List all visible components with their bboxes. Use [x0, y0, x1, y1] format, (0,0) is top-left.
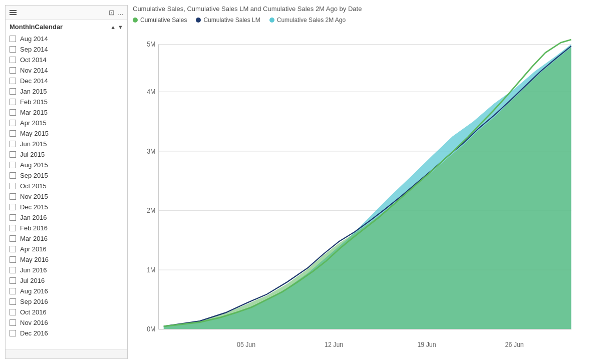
filter-list[interactable]: Aug 2014Sep 2014Oct 2014Nov 2014Dec 2014… [6, 33, 127, 349]
filter-checkbox[interactable] [10, 46, 16, 53]
filter-label: Apr 2016 [20, 245, 47, 253]
list-item[interactable]: Sep 2014 [6, 44, 127, 55]
list-item[interactable]: Oct 2014 [6, 55, 127, 65]
list-item[interactable]: Jul 2015 [6, 149, 127, 160]
filter-label: Sep 2015 [20, 172, 48, 179]
chart-area: Cumulative Sales, Cumulative Sales LM an… [128, 0, 589, 364]
list-item[interactable]: Dec 2014 [6, 76, 127, 86]
list-item[interactable]: Feb 2015 [6, 97, 127, 107]
filter-label: Aug 2016 [20, 287, 48, 295]
sort-desc-icon[interactable]: ▼ [118, 24, 123, 30]
list-item[interactable]: Mar 2016 [6, 233, 127, 244]
svg-text:5M: 5M [147, 41, 155, 49]
filter-panel: ⊡ ... MonthInCalendar ▲ ▼ Aug 2014Sep 20… [5, 5, 128, 359]
svg-text:19 Jun: 19 Jun [417, 340, 436, 348]
filter-checkbox[interactable] [10, 183, 16, 189]
filter-label: Oct 2016 [20, 308, 47, 316]
filter-label: Jun 2015 [20, 140, 47, 148]
list-item[interactable]: Sep 2015 [6, 170, 127, 181]
filter-checkbox[interactable] [10, 288, 16, 294]
more-icon[interactable]: ... [118, 9, 123, 17]
filter-label: Jan 2016 [20, 214, 47, 221]
filter-checkbox[interactable] [10, 36, 16, 42]
list-item[interactable]: Nov 2014 [6, 65, 127, 76]
chart-title: Cumulative Sales, Cumulative Sales LM an… [133, 5, 581, 13]
list-item[interactable]: Dec 2015 [6, 202, 127, 212]
list-item[interactable]: Apr 2015 [6, 118, 127, 128]
filter-checkbox[interactable] [10, 99, 16, 105]
filter-checkbox[interactable] [10, 204, 16, 210]
list-item[interactable]: Aug 2016 [6, 286, 127, 296]
svg-text:3M: 3M [147, 147, 155, 155]
filter-label: Mar 2015 [20, 109, 48, 116]
expand-icon[interactable]: ⊡ [109, 9, 115, 17]
filter-checkbox[interactable] [10, 151, 16, 158]
filter-checkbox[interactable] [10, 67, 16, 74]
filter-label: Dec 2015 [20, 203, 48, 211]
list-item[interactable]: Jan 2016 [6, 212, 127, 223]
svg-text:05 Jun: 05 Jun [237, 340, 255, 348]
list-item[interactable]: Oct 2016 [6, 307, 127, 317]
filter-checkbox[interactable] [10, 130, 16, 137]
filter-label: Dec 2014 [20, 77, 48, 85]
filter-label: Nov 2014 [20, 67, 48, 74]
hamburger-icon[interactable] [10, 9, 18, 17]
svg-text:12 Jun: 12 Jun [325, 340, 343, 348]
filter-label: May 2016 [20, 256, 49, 263]
filter-label: Oct 2014 [20, 56, 47, 64]
list-item[interactable]: Oct 2015 [6, 181, 127, 191]
list-item[interactable]: Sep 2016 [6, 296, 127, 307]
filter-checkbox[interactable] [10, 78, 16, 84]
list-item[interactable]: Mar 2015 [6, 107, 127, 118]
list-item[interactable]: Jul 2016 [6, 275, 127, 286]
list-item[interactable]: Jun 2015 [6, 139, 127, 149]
filter-checkbox[interactable] [10, 298, 16, 305]
filter-checkbox[interactable] [10, 109, 16, 116]
filter-label: Jul 2015 [20, 151, 45, 158]
list-item[interactable]: Aug 2014 [6, 34, 127, 44]
svg-text:2M: 2M [147, 207, 155, 215]
sort-asc-icon[interactable]: ▲ [110, 24, 116, 30]
filter-label: Jun 2016 [20, 266, 47, 274]
filter-checkbox[interactable] [10, 88, 16, 95]
filter-checkbox[interactable] [10, 267, 16, 273]
filter-label: Mar 2016 [20, 235, 48, 242]
list-item[interactable]: Jun 2016 [6, 265, 127, 275]
filter-checkbox[interactable] [10, 162, 16, 168]
filter-checkbox[interactable] [10, 319, 16, 326]
filter-label: Nov 2015 [20, 193, 48, 200]
filter-checkbox[interactable] [10, 193, 16, 200]
filter-checkbox[interactable] [10, 172, 16, 179]
panel-header-icons: ⊡ ... [109, 9, 123, 17]
list-item[interactable]: Apr 2016 [6, 244, 127, 254]
list-item[interactable]: May 2016 [6, 254, 127, 265]
filter-checkbox[interactable] [10, 214, 16, 221]
filter-checkbox[interactable] [10, 246, 16, 252]
panel-bottom-bar [6, 349, 127, 358]
list-item[interactable]: Feb 2016 [6, 223, 127, 233]
panel-title: MonthInCalendar [10, 23, 63, 31]
filter-checkbox[interactable] [10, 277, 16, 284]
filter-checkbox[interactable] [10, 120, 16, 126]
svg-text:1M: 1M [147, 266, 155, 274]
list-item[interactable]: Nov 2015 [6, 191, 127, 202]
filter-checkbox[interactable] [10, 235, 16, 242]
filter-label: Nov 2016 [20, 319, 48, 326]
filter-checkbox[interactable] [10, 225, 16, 231]
svg-text:4M: 4M [147, 88, 155, 96]
filter-label: Apr 2015 [20, 119, 47, 127]
filter-checkbox[interactable] [10, 330, 16, 336]
panel-title-row: MonthInCalendar ▲ ▼ [6, 20, 127, 33]
list-item[interactable]: Jan 2015 [6, 86, 127, 97]
chart-svg: 5M 4M 3M 2M 1M 0M 05 Jun 12 Jun 19 Jun 2… [133, 27, 581, 359]
filter-checkbox[interactable] [10, 57, 16, 63]
list-item[interactable]: Dec 2016 [6, 328, 127, 338]
filter-checkbox[interactable] [10, 256, 16, 263]
filter-checkbox[interactable] [10, 309, 16, 315]
list-item[interactable]: Aug 2015 [6, 160, 127, 170]
filter-label: Feb 2015 [20, 98, 48, 106]
filter-checkbox[interactable] [10, 141, 16, 147]
list-item[interactable]: May 2015 [6, 128, 127, 139]
legend-label-cumulative-sales: Cumulative Sales [140, 17, 187, 24]
list-item[interactable]: Nov 2016 [6, 317, 127, 328]
